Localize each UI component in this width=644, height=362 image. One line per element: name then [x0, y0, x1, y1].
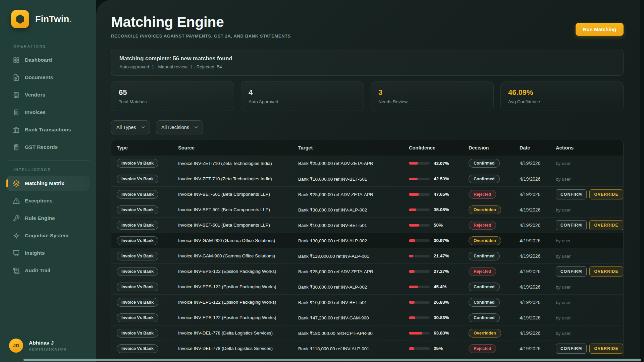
confidence-value: 27.27% [434, 269, 449, 274]
sparkle-icon [13, 232, 20, 239]
table-row[interactable]: Invoice Vs BankInvoice INV-BET-501 (Beta… [111, 217, 623, 233]
match-source: Invoice INV-DEL-778 (Delta Logistics Ser… [178, 330, 298, 336]
run-matching-button[interactable]: Run Matching [576, 23, 624, 36]
table-row[interactable]: Invoice Vs BankInvoice INV-EPS-122 (Epsi… [111, 279, 623, 294]
match-type-badge: Invoice Vs Bank [117, 329, 158, 338]
confidence-bar [409, 332, 430, 335]
confidence-cell: 50% [409, 223, 469, 228]
sidebar-item-documents[interactable]: Documents [7, 70, 90, 85]
table-row[interactable]: Invoice Vs BankInvoice INV-EPS-122 (Epsi… [111, 263, 623, 279]
override-button[interactable]: OVERRIDE [589, 266, 623, 277]
match-date: 4/19/2026 [520, 284, 556, 290]
sidebar-item-vendors[interactable]: Vendors [7, 87, 90, 103]
sidebar-nav: OPERATIONSDashboardDocumentsVendorsInvoi… [0, 44, 96, 278]
sidebar-item-label: Vendors [25, 92, 45, 98]
confidence-value: 42.53% [434, 176, 449, 181]
table-row[interactable]: Invoice Vs BankInvoice INV-ZET-710 (Zeta… [111, 171, 623, 186]
confidence-value: 45.4% [434, 284, 446, 289]
confirm-button[interactable]: CONFIRM [556, 189, 587, 199]
confidence-cell: 27.27% [409, 269, 469, 274]
brand: FinTwin. [0, 0, 96, 28]
table-row[interactable]: Invoice Vs BankInvoice INV-DEL-778 (Delt… [111, 341, 623, 356]
confirm-button[interactable]: CONFIRM [556, 266, 587, 277]
brand-dot: . [69, 14, 72, 24]
confirm-button[interactable]: CONFIRM [556, 344, 587, 354]
filter-select-all-types[interactable]: All Types [111, 120, 150, 134]
decision-badge: Rejected [469, 344, 496, 353]
match-type-badge: Invoice Vs Bank [117, 344, 158, 353]
confidence-value: 21.47% [434, 253, 449, 258]
decision-badge: Rejected [469, 190, 496, 199]
confidence-bar [409, 193, 430, 196]
override-button[interactable]: OVERRIDE [589, 220, 623, 230]
confidence-bar [409, 178, 430, 180]
match-source: Invoice INV-DEL-778 (Delta Logistics Ser… [178, 346, 298, 351]
page-title: Matching Engine [111, 14, 291, 29]
decision-badge: Rejected [469, 221, 496, 230]
sidebar-item-dashboard[interactable]: Dashboard [7, 52, 90, 68]
user-role: ADMINISTRATOR [29, 347, 67, 351]
actions-cell: by user [556, 176, 618, 182]
sidebar-item-cognitive-system[interactable]: Cognitive System [7, 228, 90, 243]
match-type-badge: Invoice Vs Bank [117, 175, 158, 183]
main-panel: Matching Engine RECONCILE INVOICES AGAIN… [96, 0, 640, 362]
confidence-cell: 45.4% [409, 284, 469, 289]
nav-section-label: INTELLIGENCE [13, 168, 96, 172]
actions-cell: by user [556, 330, 618, 336]
match-type-badge: Invoice Vs Bank [117, 283, 158, 291]
match-type-badge: Invoice Vs Bank [117, 236, 158, 245]
confirm-button[interactable]: CONFIRM [556, 220, 587, 230]
brand-name: FinTwin. [35, 14, 72, 24]
building-icon [13, 92, 20, 99]
filter-all-decisions: All Decisions [156, 120, 203, 134]
filter-select-all-decisions[interactable]: All Decisions [156, 120, 203, 134]
avatar: JD [9, 339, 23, 353]
sidebar-item-gst-records[interactable]: GST Records [7, 139, 90, 155]
match-date: 4/19/2026 [520, 238, 556, 243]
table-row[interactable]: Invoice Vs BankInvoice INV-GAM-900 (Gamm… [111, 248, 623, 263]
column-header-decision: Decision [469, 145, 520, 150]
wrench-icon [13, 215, 20, 222]
action-by-user: by user [556, 177, 571, 182]
confidence-value: 47.65% [434, 192, 449, 197]
column-header-actions: Actions [556, 145, 618, 150]
filters-row: All TypesAll Decisions [111, 120, 624, 134]
stat-label: Total Matches [119, 99, 226, 104]
sidebar-item-matching-matrix[interactable]: Matching Matrix [7, 176, 90, 191]
nav-section-label: OPERATIONS [13, 44, 96, 48]
table-row[interactable]: Invoice Vs BankInvoice INV-ZET-710 (Zeta… [111, 156, 623, 171]
table-row[interactable]: Invoice Vs BankInvoice INV-EPS-122 (Epsi… [111, 294, 623, 310]
sidebar-item-audit-trail[interactable]: Audit Trail [7, 263, 90, 278]
match-date: 4/19/2026 [520, 192, 556, 197]
actions-cell: CONFIRMOVERRIDE [556, 220, 623, 230]
actions-cell: by user [556, 253, 618, 259]
sidebar-item-bank-transactions[interactable]: Bank Transactions [7, 122, 90, 137]
action-by-user: by user [556, 207, 571, 213]
override-button[interactable]: OVERRIDE [589, 189, 623, 199]
sidebar-item-exceptions[interactable]: Exceptions [7, 193, 90, 208]
match-source: Invoice INV-ZET-710 (Zeta Technologies I… [178, 161, 298, 166]
sidebar-item-rule-engine[interactable]: Rule Engine [7, 210, 90, 226]
table-row[interactable]: Invoice Vs BankInvoice INV-BET-501 (Beta… [111, 202, 623, 217]
match-type-badge: Invoice Vs Bank [117, 267, 158, 276]
confidence-bar [409, 162, 430, 165]
sidebar-item-invoices[interactable]: Invoices [7, 105, 90, 120]
table-row[interactable]: Invoice Vs BankInvoice INV-EPS-122 (Epsi… [111, 310, 623, 325]
match-target: Bank ₹25,000.00 ref:ADV-ZETA-APR [298, 269, 409, 274]
horizontal-scrollbar-thumb[interactable] [23, 359, 641, 361]
table-row[interactable]: Invoice Vs BankInvoice INV-GAM-900 (Gamm… [111, 233, 623, 248]
confidence-bar [409, 301, 430, 304]
document-icon [13, 74, 20, 81]
sidebar-item-insights[interactable]: Insights [7, 245, 90, 261]
override-button[interactable]: OVERRIDE [589, 344, 623, 354]
confidence-value: 50% [434, 223, 443, 228]
table-row[interactable]: Invoice Vs BankInvoice INV-BET-501 (Beta… [111, 186, 623, 202]
match-target: Bank ₹10,000.00 ref:INV-BET-501 [298, 223, 409, 228]
user-card[interactable]: JD Abhinav J ADMINISTRATOR [0, 331, 96, 362]
actions-cell: CONFIRMOVERRIDE [556, 266, 623, 277]
table-row[interactable]: Invoice Vs BankInvoice INV-DEL-778 (Delt… [111, 325, 623, 341]
confidence-value: 30.83% [434, 315, 449, 320]
matches-table: TypeSourceTargetConfidenceDecisionDateAc… [111, 140, 624, 356]
stat-label: Avg Confidence [508, 99, 616, 104]
action-by-user: by user [556, 285, 571, 290]
